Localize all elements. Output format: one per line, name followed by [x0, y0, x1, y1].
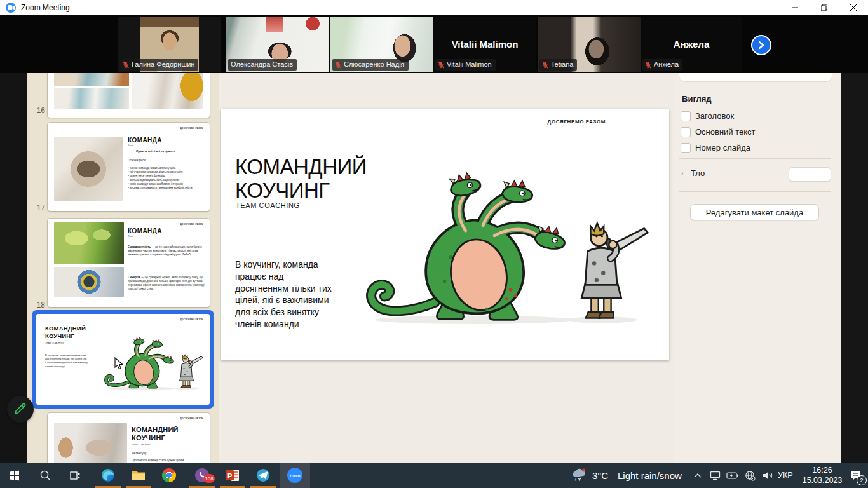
current-slide[interactable]: ДОСЯГНЕМО РАЗОМ КОМАНДНИЙ КОУЧИНГ TEAM C… [221, 109, 669, 360]
wall-poster [266, 17, 283, 32]
slide-brand-mark: ДОСЯГНЕМО РАЗОМ [180, 318, 203, 321]
slide-brand-mark: ДОСЯГНЕМО РАЗОМ [548, 119, 606, 125]
divider [679, 191, 831, 192]
chrome-logo [162, 468, 176, 482]
slide-brand-mark: ДОСЯГНЕМО РАЗОМ [180, 127, 203, 130]
participant-tile-nadiia[interactable]: Слюсаренко Надія [330, 17, 433, 72]
thumbnail-body: В коучингу, команда працює над досягненн… [45, 353, 88, 369]
right-letterbox [841, 73, 868, 463]
zoom-taskbar-icon[interactable]: zoom [287, 468, 302, 483]
slide-subtitle[interactable]: TEAM COACHING [236, 201, 300, 209]
participant-name: Олександра Стасів [231, 60, 293, 69]
thumbnail-photo [54, 88, 129, 109]
thumbnail-photo [54, 73, 129, 86]
edit-slide-layout-button[interactable]: Редагувати макет слайда [690, 204, 819, 220]
pencil-icon [14, 403, 27, 416]
thumbnail-photo [54, 222, 124, 264]
thumbnail-bullets: допомогти команді стати одним цілим нала… [132, 458, 205, 463]
slide-thumbnail-17[interactable]: ДОСЯГНЕМО РАЗОМ КОМАНДА Team Один за всі… [48, 123, 210, 211]
battery-icon[interactable] [724, 468, 740, 483]
thumbnail-subtitle: Team [128, 235, 205, 238]
dragon-knight-illustration [95, 330, 204, 394]
annotation-pencil-button[interactable] [7, 396, 34, 423]
notification-center-icon[interactable]: 2 [849, 468, 864, 483]
thumbnail-subtitle: TEAM COACHING [132, 444, 205, 446]
tray-expand-chevron[interactable] [690, 468, 705, 483]
thumbnail-photo [54, 267, 124, 297]
clock[interactable]: 16:26 15.03.2023 [797, 466, 847, 485]
slide-thumbnail-18[interactable]: ДОСЯГНЕМО РАЗОМ КОМАНДА Team Емерджентні… [48, 219, 210, 307]
chrome-taskbar-icon[interactable] [161, 468, 177, 483]
speaker-icon[interactable] [760, 468, 775, 483]
edge-taskbar-icon[interactable] [100, 468, 116, 483]
window-title: Zoom Meeting [21, 3, 70, 12]
participant-name-label: Олександра Стасів [228, 59, 297, 71]
file-explorer-taskbar-icon[interactable] [131, 468, 146, 483]
slide-thumbnail-16[interactable] [48, 73, 210, 118]
checkbox-slide-number-label: Номер слайда [695, 143, 750, 152]
participant-name-label: Слюсаренко Надія [332, 59, 409, 71]
slide-number: 17 [29, 203, 45, 212]
slide-number: 18 [29, 301, 45, 309]
chevron-right-icon [757, 41, 765, 50]
format-inspector: Вигляд Заголовок Основний текст Номер сл… [674, 73, 841, 463]
inspector-section-title: Вигляд [682, 94, 712, 104]
language-indicator[interactable]: УКР [778, 471, 793, 480]
close-button[interactable] [839, 0, 868, 15]
mic-off-icon [645, 61, 651, 69]
slide-thumbnail-20[interactable]: ДОСЯГНЕМО РАЗОМ КОМАНДНИЙ КОУЧИНГ TEAM C… [48, 413, 210, 463]
participant-name: Слюсаренко Надія [344, 60, 405, 69]
theme-selector-partial[interactable] [679, 73, 832, 82]
slide-brand-mark: ДОСЯГНЕМО РАЗОМ [180, 417, 203, 420]
slide-body-text[interactable]: В коучингу, команда працює над досягненн… [235, 259, 337, 330]
dragon-knight-illustration [339, 152, 651, 338]
participant-name: Анжела [654, 60, 679, 69]
no-internet-globe-icon[interactable] [742, 468, 757, 483]
thumbnail-bullets: члени команди мають спільну ціль усі уча… [128, 166, 205, 190]
participant-tile-tetiana[interactable]: Tetiana [538, 17, 641, 72]
thumbnail-title: КОМАНДА [128, 137, 205, 144]
cast-display-icon[interactable] [707, 468, 722, 483]
term: Синергія [128, 276, 140, 279]
minimize-button[interactable] [780, 0, 810, 15]
date: 15.03.2023 [797, 476, 847, 485]
background-row-label: Тло [691, 168, 705, 178]
slide-canvas: ДОСЯГНЕМО РАЗОМ КОМАНДНИЙ КОУЧИНГ TEAM C… [219, 73, 674, 463]
participant-name-label: Галина Федоришин [120, 59, 198, 71]
participant-name-label: Tetiana [539, 59, 577, 71]
svg-text:P: P [227, 472, 232, 480]
checkbox-slide-number[interactable] [681, 143, 691, 153]
mic-off-icon [123, 61, 129, 69]
restore-button[interactable] [810, 0, 839, 15]
next-participants-button[interactable] [751, 35, 771, 55]
powerpoint-taskbar-icon[interactable]: P [225, 468, 240, 483]
video-gallery: Галина Федоришин Олександра Стасів Слюса… [0, 15, 868, 73]
thumbnail-lead: Основні риси: [128, 159, 205, 162]
viber-taskbar-icon[interactable]: 108 [194, 468, 210, 483]
participant-name-label: Анжела [642, 59, 682, 71]
participant-tile-oleksandra[interactable]: Олександра Стасів [226, 17, 329, 72]
window-titlebar[interactable]: Zoom Meeting [0, 0, 868, 15]
bullet: висока згуртованість, мінімальна конфлік… [128, 186, 205, 189]
thumbnail-heading: Один за всіх і всі за одного [128, 150, 210, 153]
start-button[interactable] [6, 468, 22, 483]
checkbox-body-text[interactable] [681, 127, 691, 137]
participant-tile-anzhela[interactable]: Анжела Анжела [641, 17, 742, 72]
checkbox-title[interactable] [681, 111, 691, 121]
weather-condition[interactable]: Light rain/snow [618, 470, 682, 481]
participant-tile-vitalii[interactable]: Vitalii Malimon Vitalii Malimon [433, 17, 536, 72]
thumbnail-paragraph: Синергія — це сумарний ефект, який поляг… [128, 275, 205, 290]
telegram-taskbar-icon[interactable] [255, 468, 271, 483]
weather-temp[interactable]: 3°C [592, 470, 608, 481]
participant-name-label: Vitalii Malimon [435, 59, 496, 71]
disclosure-chevron-icon[interactable]: › [681, 169, 684, 177]
participant-display-name: Анжела [641, 39, 742, 50]
search-button[interactable] [37, 468, 53, 483]
participant-tile-galyna[interactable]: Галина Федоришин [118, 17, 221, 72]
background-color-swatch[interactable] [789, 167, 831, 182]
task-view-button[interactable] [67, 468, 83, 483]
weather-icon[interactable] [571, 468, 587, 484]
thumbnail-paragraph: Емерджентність — це те, що набувається, … [128, 245, 205, 256]
viber-unread-badge: 108 [203, 474, 215, 483]
mic-off-icon [438, 61, 444, 69]
